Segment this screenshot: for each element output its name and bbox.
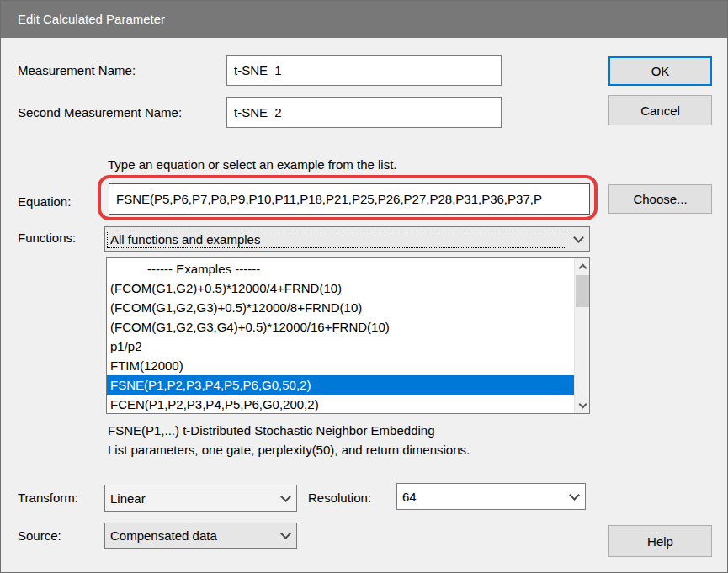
list-item[interactable]: (FCOM(G1,G2,G3)+0.5)*12000/8+FRND(10) [107,298,574,317]
functions-label: Functions: [18,231,76,245]
function-description-line1: FSNE(P1,...) t-Distributed Stochastic Ne… [108,423,435,438]
list-item[interactable]: (FCOM(G1,G2)+0.5)*12000/4+FRND(10) [107,279,574,298]
cancel-button[interactable]: Cancel [608,95,712,125]
edit-calculated-parameter-dialog: Edit Calculated Parameter Measurement Na… [0,0,728,573]
functions-dropdown-value: All functions and examples [107,231,566,248]
chevron-down-icon[interactable] [274,530,296,541]
list-scrollbar[interactable] [574,258,589,413]
transform-dropdown[interactable]: Linear [104,485,297,512]
list-item-selected[interactable]: FSNE(P1,P2,P3,P4,P5,P6,G0,50,2) [107,375,574,395]
window-title: Edit Calculated Parameter [18,12,165,26]
chevron-down-icon [578,400,587,408]
list-item[interactable]: FTIM(12000) [107,356,574,375]
help-button[interactable]: Help [608,525,712,557]
examples-listbox[interactable]: ------ Examples ------ (FCOM(G1,G2)+0.5)… [106,257,590,414]
transform-label: Transform: [18,491,78,505]
measurement-name-input[interactable] [226,55,502,86]
chevron-down-icon[interactable] [563,491,585,502]
scrollbar-down-button[interactable] [575,398,590,413]
resolution-dropdown[interactable]: 64 [396,483,586,510]
function-description-line2: List parameters, one gate, perplexity(50… [108,443,470,457]
equation-label: Equation: [18,194,71,209]
list-item[interactable]: (FCOM(G1,G2,G3,G4)+0.5)*12000/16+FRND(10… [107,317,574,337]
second-measurement-name-input[interactable] [226,97,502,128]
list-item[interactable]: ------ Examples ------ [107,259,574,279]
resolution-label: Resolution: [308,491,371,505]
title-bar: Edit Calculated Parameter [1,1,727,38]
list-item[interactable]: p1/p2 [107,337,574,356]
scrollbar-up-button[interactable] [575,258,590,273]
equation-input[interactable] [109,183,590,215]
source-dropdown-value: Compensated data [105,528,274,543]
list-item[interactable]: FCEN(P1,P2,P3,P4,P5,P6,G0,200,2) [107,395,574,414]
ok-button[interactable]: OK [608,56,712,86]
chevron-down-icon[interactable] [567,234,589,245]
measurement-name-label: Measurement Name: [18,63,136,77]
chevron-up-icon [578,263,587,272]
resolution-dropdown-value: 64 [397,490,563,504]
functions-dropdown[interactable]: All functions and examples [104,226,590,252]
equation-hint-text: Type an equation or select an example fr… [108,157,397,172]
scrollbar-thumb[interactable] [576,275,589,307]
source-label: Source: [18,528,61,543]
chevron-down-icon[interactable] [274,493,296,504]
transform-dropdown-value: Linear [105,491,274,506]
choose-button[interactable]: Choose... [608,184,712,214]
second-measurement-name-label: Second Measurement Name: [18,105,182,119]
source-dropdown[interactable]: Compensated data [104,523,297,549]
